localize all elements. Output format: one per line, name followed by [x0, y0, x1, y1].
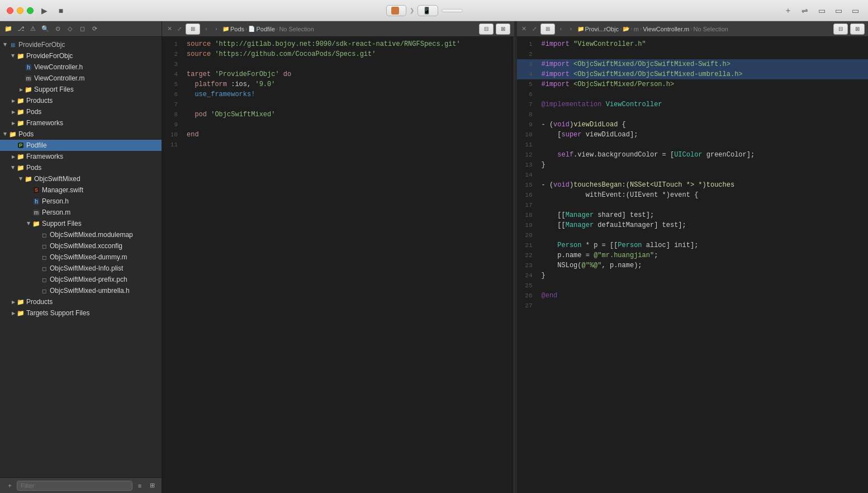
tree-label-objcswiftmixed-info: ObjcSwiftMixed-Info.plist	[50, 264, 123, 272]
sidebar-item-provideForObjc-root[interactable]: ▶⊞ProvideForObjc	[0, 39, 162, 50]
sidebar-item-objcswiftmixed-umbrella[interactable]: ◻ObjcSwiftMixed-umbrella.h	[0, 285, 162, 296]
code-line-5: 5#import <ObjcSwiftMixed/Person.h>	[517, 79, 869, 89]
line-content-16: withEvent:(UIEvent *)event {	[537, 190, 869, 200]
breadcrumb-m-indicator[interactable]: m	[634, 26, 639, 32]
sidebar-item-manager-swift[interactable]: SManager.swift	[0, 184, 162, 196]
device-selector[interactable]: 📱	[418, 5, 438, 16]
sidebar-item-frameworks-1[interactable]: ▶📁Frameworks	[0, 117, 162, 129]
sidebar-item-provideForObjc-folder[interactable]: ▶📁ProvideForObjc	[0, 50, 162, 61]
breakpoint-icon-btn[interactable]: ◇	[65, 24, 75, 34]
line-content-24: }	[537, 271, 869, 281]
breadcrumb-no-selection: No Selection	[279, 26, 314, 32]
tree-icon-frameworks-pods: 📁	[17, 153, 25, 160]
line-number-2: 2	[517, 49, 537, 59]
folder-icon-btn[interactable]: 📁	[3, 24, 13, 34]
right-close-btn[interactable]: ✕	[520, 25, 528, 33]
warning-icon-btn[interactable]: ⚠	[28, 24, 38, 34]
run-button[interactable]: ▶	[38, 4, 50, 17]
right-grid-btn[interactable]: ⊞	[540, 23, 555, 35]
sidebar-item-objcswiftmixed-xcconfig[interactable]: ◻ObjcSwiftMixed.xcconfig	[0, 240, 162, 252]
line-content-26: @end	[537, 291, 869, 301]
line-number-10: 10	[517, 130, 537, 140]
add-button[interactable]: ＋	[782, 4, 794, 17]
code-line-16: 16 withEvent:(UIEvent *)event {	[517, 190, 869, 200]
sidebar-item-objcswiftmixed[interactable]: ▶📁ObjcSwiftMixed	[0, 173, 162, 184]
line-number-6: 6	[517, 89, 537, 99]
sidebar-item-targets-support[interactable]: ▶📁Targets Support Files	[0, 307, 162, 319]
minimize-button[interactable]	[17, 7, 23, 14]
breadcrumb-project[interactable]: Provi...rObjc	[585, 26, 619, 32]
sidebar-item-products[interactable]: ▶📁Products	[0, 95, 162, 106]
right-inspector-btn[interactable]: ⊠	[850, 23, 865, 35]
filter-options-btn[interactable]: ≡	[135, 481, 145, 491]
code-line-4: 4target 'ProvideForObjc' do	[162, 69, 514, 79]
sidebar-item-pods-group[interactable]: ▶📁Pods	[0, 106, 162, 117]
left-close-btn[interactable]: ✕	[165, 25, 173, 33]
left-split-view-btn[interactable]: ⊟	[479, 23, 494, 35]
filter-input[interactable]	[17, 481, 132, 491]
sidebar-item-support-files[interactable]: ▶📁Support Files	[0, 84, 162, 95]
sidebar-item-pods-root[interactable]: ▶📁Pods	[0, 129, 162, 140]
left-grid-btn[interactable]: ⊞	[186, 23, 200, 35]
code-line-18: 18 [[Manager shared] test];	[517, 210, 869, 220]
code-line-25: 25	[517, 281, 869, 291]
vcs-icon-btn[interactable]: ⎇	[16, 24, 26, 34]
sidebar-item-frameworks-pods[interactable]: ▶📁Frameworks	[0, 151, 162, 162]
sidebar-item-pods-subfolder[interactable]: ▶📁Pods	[0, 162, 162, 173]
sidebar-item-objcswiftmixed-info[interactable]: ◻ObjcSwiftMixed-Info.plist	[0, 263, 162, 274]
sidebar-item-podfile[interactable]: PPodfile	[0, 140, 162, 151]
sidebar-item-person-m[interactable]: mPerson.m	[0, 207, 162, 218]
filter-hier-btn[interactable]: ⊞	[147, 481, 157, 491]
left-back-btn[interactable]: ‹	[202, 25, 210, 33]
breadcrumb-viewcontroller[interactable]: ViewController.m	[643, 26, 689, 32]
tree-arrow-frameworks-pods: ▶	[10, 153, 17, 160]
code-line-11: 11	[162, 140, 514, 150]
line-number-9: 9	[162, 120, 182, 130]
sidebar-item-products-2[interactable]: ▶📁Products	[0, 296, 162, 307]
breadcrumb-podfile[interactable]: Podfile	[256, 26, 275, 32]
line-number-5: 5	[517, 79, 537, 89]
search-icon-btn[interactable]: 🔍	[40, 24, 50, 34]
tree-icon-targets-support: 📁	[17, 309, 25, 317]
code-line-1: 1#import "ViewController.h"	[517, 39, 869, 49]
sidebar-item-viewController-m[interactable]: mViewController.m	[0, 73, 162, 84]
right-split-view-btn[interactable]: ⊟	[833, 23, 848, 35]
tree-label-frameworks-pods: Frameworks	[26, 153, 63, 160]
left-code-area[interactable]: 1source 'http://gitlab.bojoy.net:9090/sd…	[162, 37, 514, 493]
utilities-toggle[interactable]: ▭	[849, 4, 861, 17]
tree-label-frameworks-1: Frameworks	[26, 119, 63, 127]
left-forward-btn[interactable]: ›	[212, 25, 220, 33]
split-button[interactable]: ⇌	[799, 4, 811, 17]
sidebar-item-objcswiftmixed-prefix[interactable]: ◻ObjcSwiftMixed-prefix.pch	[0, 274, 162, 285]
tree-icon-objcswiftmixed-prefix: ◻	[40, 276, 48, 283]
sidebar-item-person-h[interactable]: hPerson.h	[0, 196, 162, 207]
stop-button[interactable]: ■	[55, 4, 67, 17]
maximize-button[interactable]	[27, 7, 34, 14]
close-button[interactable]	[7, 7, 13, 14]
tree-arrow-pods-group: ▶	[10, 108, 17, 115]
right-forward-btn[interactable]: ›	[567, 25, 575, 33]
breadcrumb-pods[interactable]: Pods	[230, 26, 244, 32]
right-breadcrumb-folder-icon: 📁	[577, 26, 584, 32]
code-line-3: 3	[162, 59, 514, 69]
sidebar-item-objcswiftmixed-modulemap[interactable]: ◻ObjcSwiftMixed.modulemap	[0, 229, 162, 240]
sidebar-item-viewController-h[interactable]: hViewController.h	[0, 61, 162, 73]
right-toolbar-right: ⊟ ⊠	[833, 23, 865, 35]
git-icon-btn[interactable]: ⟳	[89, 24, 99, 34]
tree-label-pods-subfolder: Pods	[26, 164, 41, 172]
report-icon-btn[interactable]: ◻	[77, 24, 87, 34]
navigator-toggle[interactable]: ▭	[815, 4, 828, 17]
scheme-selector[interactable]	[386, 5, 406, 16]
right-code-area[interactable]: 1#import "ViewController.h"23#import <Ob…	[517, 37, 869, 493]
code-line-19: 19 [[Manager defaultManager] test];	[517, 220, 869, 230]
left-expand-btn[interactable]: ⤢	[176, 25, 183, 33]
sidebar-item-objcswiftmixed-dummy[interactable]: ◻ObjcSwiftMixed-dummy.m	[0, 252, 162, 263]
right-back-btn[interactable]: ‹	[557, 25, 565, 33]
sidebar-item-support-files-2[interactable]: ▶📁Support Files	[0, 218, 162, 229]
left-inspector-btn[interactable]: ⊠	[496, 23, 510, 35]
right-expand-btn[interactable]: ⤢	[530, 25, 538, 33]
add-filter-button[interactable]: ＋	[4, 481, 15, 491]
code-line-15: 15- (void)touchesBegan:(NSSet<UITouch *>…	[517, 180, 869, 190]
debug-icon-btn[interactable]: ⊙	[53, 24, 63, 34]
debug-toggle[interactable]: ▭	[832, 4, 845, 17]
